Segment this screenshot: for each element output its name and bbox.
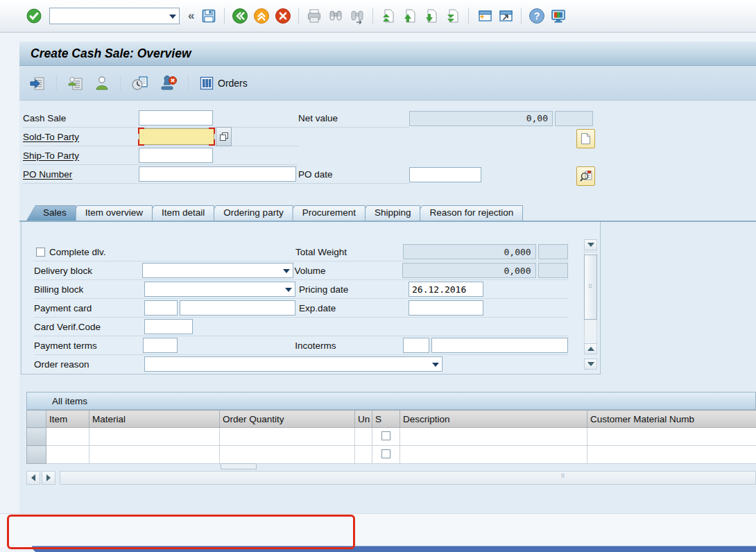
cancel-button[interactable] bbox=[274, 7, 292, 25]
last-page-button[interactable] bbox=[444, 7, 462, 25]
col-material[interactable]: Material bbox=[89, 411, 220, 428]
tab-shipping[interactable]: Shipping bbox=[358, 205, 421, 221]
billing-block-row: Billing block Pricing date bbox=[34, 280, 568, 299]
separator bbox=[372, 8, 373, 24]
exit-button[interactable] bbox=[252, 7, 270, 25]
first-page-button[interactable] bbox=[379, 7, 397, 25]
cell-s bbox=[372, 428, 400, 446]
billing-block-dropdown[interactable] bbox=[144, 282, 295, 297]
value-help-button[interactable] bbox=[216, 127, 232, 146]
complete-dlv-checkbox[interactable] bbox=[36, 248, 45, 257]
select-all-header[interactable] bbox=[27, 411, 46, 428]
scrollbar-thumb[interactable]: ⠿ bbox=[584, 255, 597, 320]
triangle-icon bbox=[587, 347, 594, 351]
vertical-scrollbar[interactable]: ⠿ bbox=[584, 239, 597, 374]
scroll-left-button[interactable] bbox=[26, 471, 40, 485]
cell-order-quantity[interactable] bbox=[220, 446, 355, 464]
cell-description[interactable] bbox=[400, 428, 587, 446]
create-shortcut-button[interactable] bbox=[497, 7, 515, 25]
cell-item[interactable] bbox=[46, 428, 89, 446]
create-document-button[interactable] bbox=[576, 129, 595, 148]
cash-sale-input[interactable] bbox=[139, 110, 213, 126]
cell-un[interactable] bbox=[355, 446, 372, 464]
find-next-button[interactable] bbox=[348, 7, 366, 25]
scroll-right-button[interactable] bbox=[42, 471, 55, 485]
payment-terms-input[interactable] bbox=[143, 338, 178, 353]
row-selector[interactable] bbox=[27, 428, 46, 446]
order-reason-row: Order reason bbox=[34, 355, 568, 373]
col-description[interactable]: Description bbox=[400, 411, 587, 428]
tab-procurement[interactable]: Procurement bbox=[286, 205, 366, 221]
display-customer-button[interactable] bbox=[92, 74, 112, 93]
status-overview-button[interactable] bbox=[128, 74, 152, 93]
delivery-block-dropdown[interactable] bbox=[142, 263, 293, 278]
incoterms-location-input[interactable] bbox=[431, 338, 568, 353]
row-selector[interactable] bbox=[27, 446, 46, 464]
command-field[interactable] bbox=[49, 8, 180, 24]
payment-card-type-input[interactable] bbox=[144, 300, 178, 316]
cell-un[interactable] bbox=[355, 428, 372, 446]
card-verif-code-input[interactable] bbox=[144, 319, 193, 334]
save-button[interactable] bbox=[200, 7, 218, 25]
ship-to-party-input[interactable] bbox=[139, 148, 213, 163]
display-partner-button[interactable] bbox=[65, 74, 87, 93]
col-customer-material[interactable]: Customer Material Numb bbox=[587, 411, 756, 428]
s-checkbox[interactable] bbox=[381, 431, 390, 440]
help-button[interactable]: ? bbox=[528, 7, 546, 25]
next-page-button[interactable] bbox=[422, 7, 440, 25]
collapse-toolbar-button[interactable]: « bbox=[186, 9, 196, 23]
continue-check-button[interactable] bbox=[25, 7, 43, 25]
orders-button[interactable]: Orders bbox=[196, 74, 250, 92]
cell-item[interactable] bbox=[46, 446, 89, 464]
pricing-date-input[interactable] bbox=[409, 282, 483, 297]
cell-customer-material[interactable] bbox=[587, 428, 756, 446]
sold-to-party-field[interactable] bbox=[139, 128, 214, 145]
document-flow-button[interactable] bbox=[26, 74, 49, 93]
cell-customer-material[interactable] bbox=[587, 446, 756, 464]
scroll-top-button[interactable] bbox=[584, 239, 597, 250]
tab-item-overview[interactable]: Item overview bbox=[69, 205, 153, 221]
customize-layout-button[interactable] bbox=[549, 7, 567, 25]
previous-page-button[interactable] bbox=[401, 7, 419, 25]
col-order-quantity[interactable]: Order Quantity bbox=[220, 411, 355, 428]
new-session-button[interactable] bbox=[475, 7, 493, 25]
col-item[interactable]: Item bbox=[46, 411, 89, 428]
header-form: Cash Sale Net value 0,00 Sold-To Party bbox=[19, 101, 756, 184]
search-proposal-button[interactable] bbox=[576, 166, 595, 186]
cell-material[interactable] bbox=[89, 428, 220, 446]
net-value-label: Net value bbox=[298, 109, 409, 128]
po-date-label[interactable]: PO date bbox=[298, 165, 409, 184]
back-button[interactable] bbox=[231, 7, 249, 25]
payment-card-number-input[interactable] bbox=[180, 300, 295, 316]
s-checkbox[interactable] bbox=[381, 449, 390, 458]
command-dropdown-icon[interactable] bbox=[169, 15, 176, 19]
cell-material[interactable] bbox=[89, 446, 220, 464]
po-date-input[interactable] bbox=[409, 167, 481, 182]
po-number-input[interactable] bbox=[139, 166, 296, 182]
col-un[interactable]: Un bbox=[355, 411, 372, 428]
tab-item-detail[interactable]: Item detail bbox=[145, 205, 214, 221]
table-scrollbar-thumb[interactable] bbox=[221, 463, 257, 469]
scroll-down-button[interactable] bbox=[584, 359, 597, 370]
tab-reason-for-rejection[interactable]: Reason for rejection bbox=[413, 205, 523, 221]
ship-to-party-label[interactable]: Ship-To Party bbox=[23, 146, 139, 165]
incoterms-code-input[interactable] bbox=[403, 338, 429, 353]
print-button[interactable] bbox=[305, 7, 323, 25]
sold-to-party-input[interactable] bbox=[139, 129, 214, 144]
hscrollbar-track[interactable]: ⠿ bbox=[60, 471, 756, 485]
command-input[interactable] bbox=[53, 10, 166, 22]
order-reason-dropdown[interactable] bbox=[144, 356, 443, 372]
sold-to-party-label[interactable]: Sold-To Party bbox=[23, 128, 139, 146]
find-button[interactable] bbox=[327, 7, 345, 25]
po-number-label[interactable]: PO Number bbox=[23, 165, 139, 184]
cell-description[interactable] bbox=[400, 446, 587, 464]
help-icon: ? bbox=[529, 8, 545, 24]
reject-document-button[interactable] bbox=[157, 74, 180, 93]
cell-order-quantity[interactable] bbox=[220, 428, 355, 446]
tab-ordering-party[interactable]: Ordering party bbox=[207, 205, 293, 221]
all-items-header: All items bbox=[26, 392, 756, 410]
scroll-up-button[interactable] bbox=[584, 343, 597, 354]
col-s[interactable]: S bbox=[372, 411, 400, 428]
tab-sales[interactable]: Sales bbox=[26, 205, 76, 221]
exp-date-input[interactable] bbox=[409, 300, 483, 316]
